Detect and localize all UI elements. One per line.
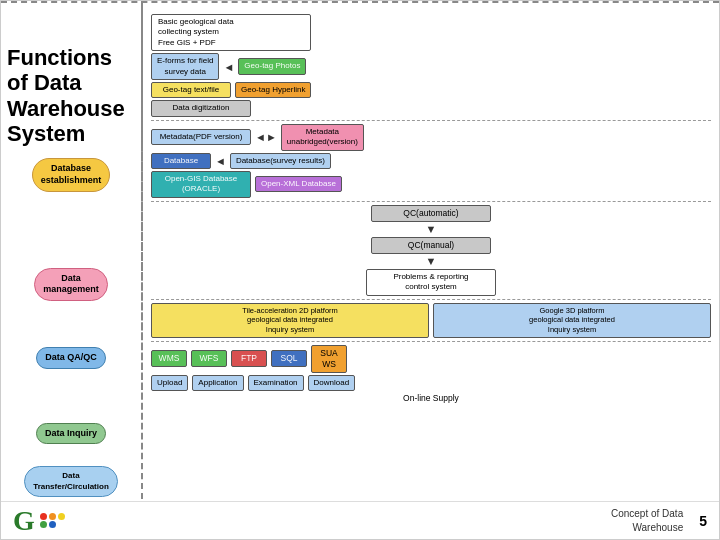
download-box: Download	[308, 375, 356, 391]
data-transfer-label: Data Transfer/Circulation	[24, 466, 118, 497]
tile-2d-box: Tile-acceleration 2D platform geological…	[151, 303, 429, 338]
spacer2	[7, 309, 135, 339]
db-row3: Geo-tag text/file Geo-tag Hyperlink	[151, 82, 711, 98]
metadata-unabridged-box: Metadata unabridged(version)	[281, 124, 364, 151]
bottom-right: Concept of Data Warehouse 5	[611, 507, 707, 535]
logo-letter: G	[13, 507, 35, 535]
concept-label: Concept of Data Warehouse	[611, 507, 683, 535]
logo-dot-blue	[49, 521, 56, 528]
spacer4	[7, 452, 135, 458]
page-title: Functions of Data Warehouse System	[7, 45, 135, 146]
dm-row3: Open-GIS Database (ORACLE) Open-XML Data…	[151, 171, 711, 198]
qaqc-row3: Problems & reporting control system	[151, 269, 711, 296]
db-row4: Data digitization	[151, 100, 711, 116]
google-3d-box: Google 3D platform geological data integ…	[433, 303, 711, 338]
logo-dot-red	[40, 513, 47, 520]
geotag-photos-box: Geo-tag Photos	[238, 58, 306, 74]
label-data-qaqc: Data QA/QC	[7, 347, 135, 369]
section-data-qaqc: QC(automatic) ▼ QC(manual) ▼ Problems & …	[151, 202, 711, 300]
label-data-transfer: Data Transfer/Circulation	[7, 466, 135, 497]
metadata-pdf-box: Metadata(PDF version)	[151, 129, 251, 145]
application-box: Application	[192, 375, 243, 391]
db-row2: E-forms for field survey data ◄ Geo-tag …	[151, 53, 711, 80]
section-db-establishment: Basic geological data collecting system …	[151, 11, 711, 121]
arrow-down1: ▼	[151, 224, 711, 235]
section-data-transfer: WMS WFS FTP SQL SUA WS Upload Applicatio…	[151, 342, 711, 406]
sql-box: SQL	[271, 350, 307, 367]
database-survey-box: Database(survey results)	[230, 153, 331, 169]
qc-manual-box: QC(manual)	[371, 237, 491, 254]
ftp-box: FTP	[231, 350, 267, 367]
database-box: Database	[151, 153, 211, 169]
logo-dots-row2	[40, 521, 65, 528]
transfer-row2: Upload Application Examination Download	[151, 375, 711, 391]
db-establishment-label: Database establishment	[32, 158, 111, 191]
arrow-down2: ▼	[151, 256, 711, 267]
inquiry-row1: Tile-acceleration 2D platform geological…	[151, 303, 711, 338]
geotag-hyperlink-box: Geo-tag Hyperlink	[235, 82, 311, 98]
left-pane: Functions of Data Warehouse System Datab…	[1, 7, 141, 499]
data-management-label: Data management	[34, 268, 108, 301]
dm-row2: Database ◄ Database(survey results)	[151, 153, 711, 169]
examination-box: Examination	[248, 375, 304, 391]
section-labels: Database establishment Data management D…	[7, 158, 135, 497]
upload-box: Upload	[151, 375, 188, 391]
qaqc-row1: QC(automatic)	[151, 205, 711, 222]
right-pane: Basic geological data collecting system …	[141, 7, 719, 499]
transfer-row3: On-line Supply	[151, 393, 711, 403]
eforms-box: E-forms for field survey data	[151, 53, 219, 80]
spacer1	[7, 200, 135, 260]
db-establish-content: Basic geological data collecting system …	[151, 14, 711, 117]
qaqc-row2: QC(manual)	[151, 237, 711, 254]
section-data-inquiry: Tile-acceleration 2D platform geological…	[151, 300, 711, 342]
label-db-establishment: Database establishment	[7, 158, 135, 191]
problems-reporting-box: Problems & reporting control system	[366, 269, 496, 296]
top-dashed-line	[1, 1, 719, 3]
logo-dot-green	[40, 521, 47, 528]
qaqc-content: QC(automatic) ▼ QC(manual) ▼ Problems & …	[151, 205, 711, 296]
transfer-row1: WMS WFS FTP SQL SUA WS	[151, 345, 711, 373]
logo-dots-row1	[40, 513, 65, 520]
page: Functions of Data Warehouse System Datab…	[0, 0, 720, 540]
logo-dots-container	[40, 513, 65, 528]
spacer3	[7, 377, 135, 415]
arrow2: ◄►	[255, 131, 277, 143]
dm-row1: Metadata(PDF version) ◄► Metadata unabri…	[151, 124, 711, 151]
label-data-inquiry: Data Inquiry	[7, 423, 135, 445]
logo-area: G	[13, 507, 65, 535]
transfer-content: WMS WFS FTP SQL SUA WS Upload Applicatio…	[151, 345, 711, 403]
logo-dot-yellow	[58, 513, 65, 520]
geotag-text-box: Geo-tag text/file	[151, 82, 231, 98]
db-row1: Basic geological data collecting system …	[151, 14, 711, 51]
data-inquiry-label: Data Inquiry	[36, 423, 106, 445]
label-data-management: Data management	[7, 268, 135, 301]
vertical-divider	[141, 1, 143, 499]
bottom-bar: G Concept of Data Warehouse 5	[1, 501, 719, 539]
basic-geo-box: Basic geological data collecting system …	[151, 14, 311, 51]
arrow3: ◄	[215, 155, 226, 167]
wms-box: WMS	[151, 350, 187, 367]
online-supply-text: On-line Supply	[403, 393, 459, 403]
page-number: 5	[699, 513, 707, 529]
section-data-management: Metadata(PDF version) ◄► Metadata unabri…	[151, 121, 711, 202]
logo-dot-orange	[49, 513, 56, 520]
sua-ws-box: SUA WS	[311, 345, 347, 373]
data-qaqc-label: Data QA/QC	[36, 347, 106, 369]
arrow1: ◄	[223, 61, 234, 73]
data-digitization-box: Data digitization	[151, 100, 251, 116]
wfs-box: WFS	[191, 350, 227, 367]
qc-auto-box: QC(automatic)	[371, 205, 491, 222]
inquiry-content: Tile-acceleration 2D platform geological…	[151, 303, 711, 338]
data-mgmt-content: Metadata(PDF version) ◄► Metadata unabri…	[151, 124, 711, 198]
opengis-box: Open-GIS Database (ORACLE)	[151, 171, 251, 198]
openxml-box: Open-XML Database	[255, 176, 342, 192]
